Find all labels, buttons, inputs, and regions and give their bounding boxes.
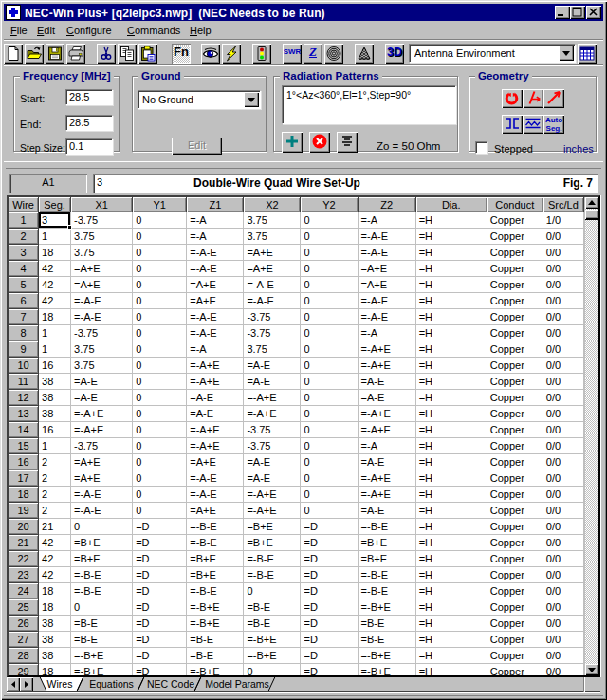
svg-text:NEC Code: NEC Code [147,678,194,690]
svg-text:Wires: Wires [47,678,73,690]
svg-text:Equations: Equations [89,678,134,690]
svg-text:Model Params: Model Params [205,678,269,690]
